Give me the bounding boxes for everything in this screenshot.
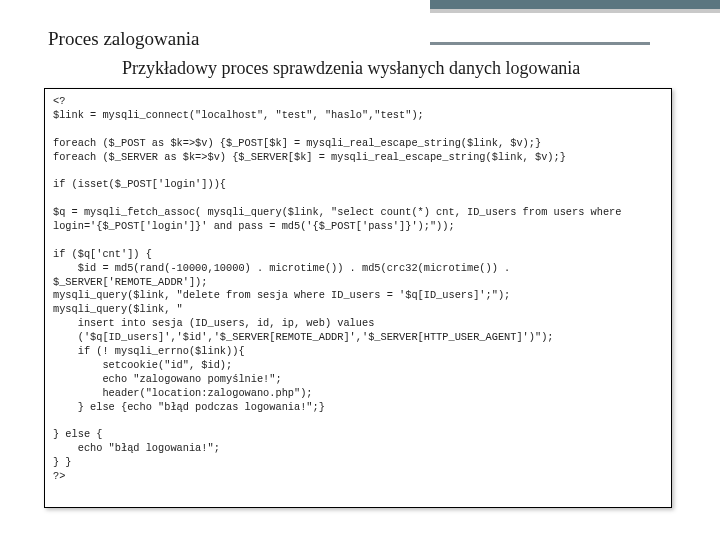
page-title: Proces zalogowania bbox=[48, 28, 199, 50]
page-subtitle: Przykładowy proces sprawdzenia wysłanych… bbox=[122, 58, 580, 79]
stripe-dark bbox=[430, 0, 720, 9]
accent-line bbox=[430, 42, 650, 45]
stripe-light bbox=[430, 9, 720, 13]
code-content: <? $link = mysqli_connect("localhost", "… bbox=[53, 95, 663, 484]
header-decoration bbox=[0, 0, 720, 18]
slide: Proces zalogowania Przykładowy proces sp… bbox=[0, 0, 720, 540]
code-block: <? $link = mysqli_connect("localhost", "… bbox=[44, 88, 672, 508]
